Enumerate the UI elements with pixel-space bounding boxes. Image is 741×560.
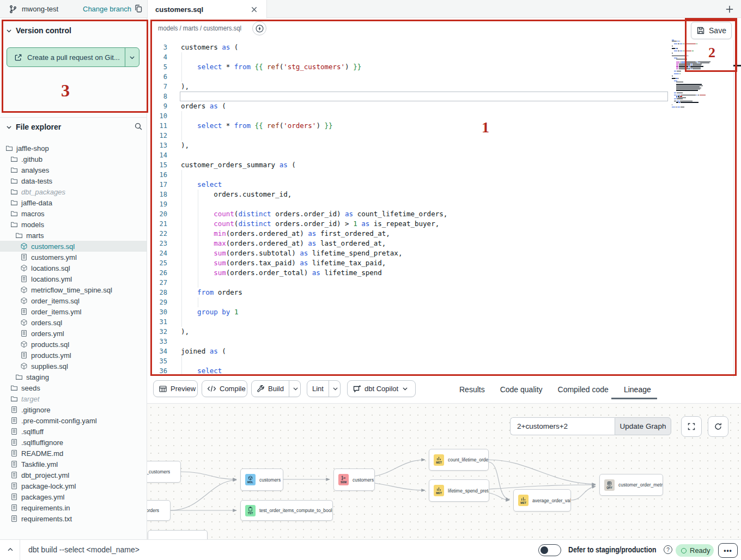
code-line-11[interactable]: 11 select * from {{ ref('orders') }}	[148, 121, 741, 131]
close-icon[interactable]	[251, 6, 258, 13]
file-row-models[interactable]: models	[0, 219, 147, 230]
lineage-node-test_node[interactable]: TSTtest_order_items_compute_to_bools...	[240, 500, 333, 521]
code-line-4[interactable]: 4	[148, 52, 741, 62]
split-caret[interactable]	[329, 381, 342, 397]
file-row-staging[interactable]: staging	[0, 372, 147, 382]
file-row-.pre-commit-config.yaml[interactable]: .pre-commit-config.yaml	[0, 415, 147, 426]
code-line-28[interactable]: 28 from orders	[148, 288, 741, 297]
code-line-9[interactable]: 9orders as (	[148, 101, 741, 111]
update-graph-button[interactable]: Update Graph	[615, 417, 671, 435]
button-main[interactable]: dbt Copilot	[348, 381, 414, 397]
file-row-.gitignore[interactable]: .gitignore	[0, 404, 147, 415]
create-pull-request-main[interactable]: Create a pull request on Git...	[7, 48, 125, 66]
file-row-package-lock.yml[interactable]: package-lock.yml	[0, 480, 147, 491]
lineage-node-customers_mdl[interactable]: MDLcustomers	[240, 468, 283, 491]
file-row-data-tests[interactable]: data-tests	[0, 175, 147, 186]
code-line-34[interactable]: 34joined as (	[148, 346, 741, 356]
code-line-27[interactable]: 27	[148, 278, 741, 288]
lineage-node-stg_customers[interactable]: MDLstg_customers	[147, 461, 181, 483]
code-line-14[interactable]: 14	[148, 150, 741, 160]
file-row-supplies.sql[interactable]: supplies.sql	[0, 361, 147, 372]
file-row-jaffle-data[interactable]: jaffle-data	[0, 197, 147, 208]
file-row-marts[interactable]: marts	[0, 230, 147, 241]
chevron-up-icon[interactable]	[7, 546, 14, 553]
code-line-30[interactable]: 30 group by 1	[148, 307, 741, 317]
file-explorer-header[interactable]: File explorer	[5, 123, 61, 131]
preview-button[interactable]: Preview	[153, 380, 198, 397]
file-row-locations.sql[interactable]: locations.sql	[0, 263, 147, 273]
code-line-35[interactable]: 35	[148, 356, 741, 366]
version-control-header[interactable]: Version control	[5, 26, 71, 35]
lineage-node-partial[interactable]	[148, 530, 208, 539]
save-button[interactable]: Save	[691, 22, 732, 39]
code-line-23[interactable]: 23 max(orders.ordered_at) as last_ordere…	[148, 239, 741, 248]
file-row-macros[interactable]: macros	[0, 208, 147, 219]
lineage-node-orders[interactable]: MDLorders	[147, 500, 171, 521]
tab-results[interactable]: Results	[459, 385, 485, 394]
lineage-node-lifetime_spend_pretax[interactable]: METlifetime_spend_pretax	[429, 479, 489, 502]
file-row-products.yml[interactable]: products.yml	[0, 350, 147, 361]
button-main[interactable]: Build	[252, 381, 289, 397]
file-row-dbt_project.yml[interactable]: dbt_project.yml	[0, 470, 147, 480]
search-icon[interactable]	[134, 122, 143, 131]
code-line-33[interactable]: 33	[148, 337, 741, 346]
code-line-25[interactable]: 25 sum(orders.tax_paid) as lifetime_tax_…	[148, 258, 741, 268]
button-main[interactable]: Lint	[307, 381, 329, 397]
file-row-.sqlfluff[interactable]: .sqlfluff	[0, 426, 147, 437]
file-row-orders.sql[interactable]: orders.sql	[0, 317, 147, 328]
code-line-24[interactable]: 24 sum(orders.subtotal) as lifetime_spen…	[148, 248, 741, 258]
tab-lineage[interactable]: Lineage	[624, 385, 651, 394]
pr-button-caret[interactable]	[125, 48, 139, 66]
tab-code-quality[interactable]: Code quality	[500, 385, 543, 394]
code-line-12[interactable]: 12	[148, 131, 741, 141]
file-row-requirements.in[interactable]: requirements.in	[0, 502, 147, 513]
code-line-8[interactable]: 8	[148, 92, 741, 101]
tab-compiled-code[interactable]: Compiled code	[558, 385, 609, 394]
refresh-button[interactable]	[708, 416, 728, 437]
file-row-requirements.txt[interactable]: requirements.txt	[0, 513, 147, 524]
lineage-node-customer_order_metrics[interactable]: QRYcustomer_order_metrics	[599, 474, 663, 496]
fullscreen-button[interactable]	[681, 416, 702, 437]
file-row-packages.yml[interactable]: packages.yml	[0, 491, 147, 502]
compile-button[interactable]: Compile	[202, 380, 247, 397]
code-line-26[interactable]: 26 sum(orders.order_total) as lifetime_s…	[148, 268, 741, 278]
lineage-node-average_order_value[interactable]: METaverage_order_value	[513, 489, 571, 512]
change-branch-link[interactable]: Change branch	[83, 0, 131, 18]
lineage-node-customers_sem[interactable]: SEMcustomers	[333, 468, 375, 491]
create-pull-request-button[interactable]: Create a pull request on Git...	[7, 47, 139, 67]
code-line-31[interactable]: 31	[148, 317, 741, 327]
copy-icon[interactable]	[134, 4, 143, 13]
command-text[interactable]: dbt build --select <model_name>	[28, 545, 139, 554]
code-line-5[interactable]: 5 select * from {{ ref('stg_customers') …	[148, 62, 741, 72]
dbt-copilot-button[interactable]: dbt Copilot	[347, 380, 416, 397]
lineage-panel[interactable]: Update Graph MDLstg_customersMDLordersMD…	[147, 403, 741, 539]
file-row-order_items.yml[interactable]: order_items.yml	[0, 306, 147, 317]
build-button[interactable]: Build	[251, 380, 301, 397]
file-row-seeds[interactable]: seeds	[0, 382, 147, 393]
file-row-analyses[interactable]: analyses	[0, 165, 147, 175]
file-row-products.sql[interactable]: products.sql	[0, 339, 147, 350]
lineage-node-count_lifetime_orders[interactable]: METcount_lifetime_orders	[429, 449, 489, 471]
lint-button[interactable]: Lint	[307, 380, 341, 397]
tab-customers-sql[interactable]: customers.sql	[147, 0, 267, 19]
more-options-button[interactable]: •••	[718, 543, 738, 558]
code-line-19[interactable]: 19	[148, 199, 741, 209]
code-line-22[interactable]: 22 min(orders.ordered_at) as first_order…	[148, 229, 741, 239]
code-line-7[interactable]: 7),	[148, 82, 741, 92]
code-line-13[interactable]: 13),	[148, 141, 741, 150]
file-row-target[interactable]: target	[0, 393, 147, 404]
code-line-17[interactable]: 17 select	[148, 180, 741, 190]
lineage-selector-input[interactable]	[510, 417, 615, 435]
file-row-customers.sql[interactable]: customers.sql	[0, 241, 147, 252]
split-caret[interactable]	[289, 381, 302, 397]
code-line-6[interactable]: 6	[148, 72, 741, 82]
help-icon[interactable]: ?	[664, 545, 672, 554]
code-line-32[interactable]: 32),	[148, 327, 741, 337]
button-main[interactable]: Compile	[202, 381, 251, 397]
file-row-jaffle-shop[interactable]: jaffle-shop	[0, 143, 147, 154]
code-line-3[interactable]: 3customers as (	[148, 42, 741, 52]
code-line-16[interactable]: 16	[148, 170, 741, 180]
file-row-locations.yml[interactable]: locations.yml	[0, 273, 147, 284]
new-tab-button[interactable]	[722, 2, 737, 16]
code-line-10[interactable]: 10	[148, 111, 741, 121]
